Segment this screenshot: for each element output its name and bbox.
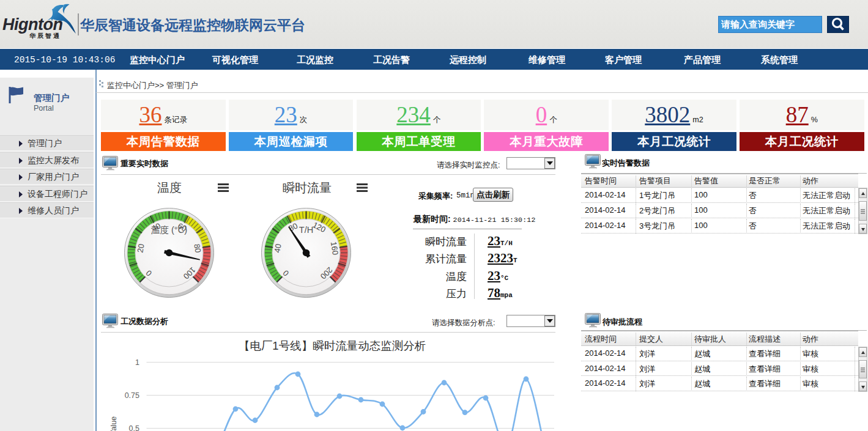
- svg-text:1: 1: [135, 358, 139, 367]
- svg-text:20: 20: [136, 243, 146, 254]
- svg-text:0.5: 0.5: [129, 424, 139, 431]
- svg-text:40: 40: [273, 243, 283, 254]
- svg-text:温度 (°C): 温度 (°C): [150, 225, 187, 235]
- svg-text:0.75: 0.75: [125, 391, 139, 400]
- svg-text:80: 80: [192, 243, 202, 254]
- svg-text:Value: Value: [109, 416, 118, 431]
- svg-text:T/H: T/H: [299, 225, 313, 235]
